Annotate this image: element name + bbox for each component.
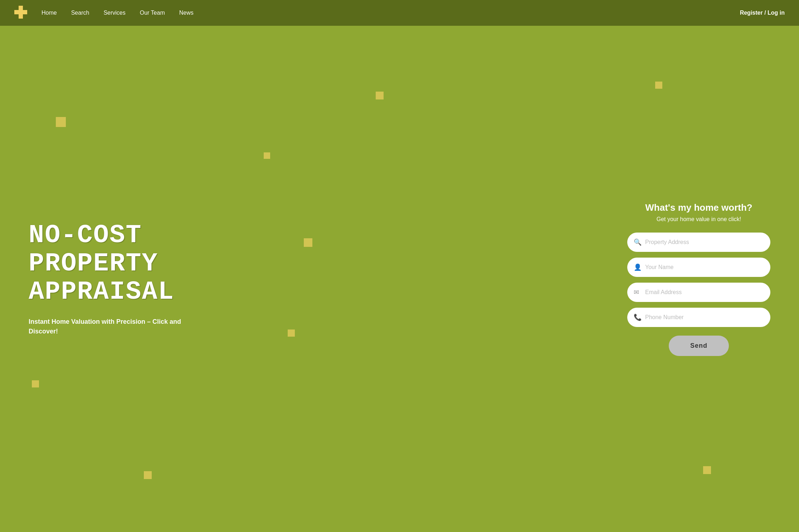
hero-subtitle: Instant Home Valuation with Precision – … <box>29 317 186 336</box>
hero-title-line2: PROPERTY <box>29 249 158 278</box>
logo[interactable] <box>14 6 27 20</box>
your-name-wrapper: 👤 <box>627 258 770 277</box>
hero-section: NO-COST PROPERTY APPRAISAL Instant Home … <box>29 221 437 337</box>
form-card: 🔍 👤 ✉ 📞 Send <box>627 233 770 356</box>
deco-sq-2 <box>376 92 384 99</box>
email-icon: ✉ <box>634 288 639 296</box>
search-icon: 🔍 <box>634 238 642 246</box>
main-content: NO-COST PROPERTY APPRAISAL Instant Home … <box>0 26 799 532</box>
deco-sq-1 <box>56 117 66 127</box>
email-address-input[interactable] <box>627 283 770 302</box>
phone-icon: 📞 <box>634 313 642 321</box>
deco-sq-9 <box>703 466 711 474</box>
hero-title-line1: NO-COST <box>29 221 142 250</box>
register-login-link[interactable]: Register / Log in <box>740 10 785 16</box>
nav-our-team[interactable]: Our Team <box>140 10 165 16</box>
logo-icon <box>14 6 27 19</box>
form-title: What's my home worth? <box>645 202 752 213</box>
hero-title: NO-COST PROPERTY APPRAISAL <box>29 221 437 307</box>
email-address-wrapper: ✉ <box>627 283 770 302</box>
navbar: Home Search Services Our Team News Regis… <box>0 0 799 26</box>
deco-sq-5 <box>288 330 295 337</box>
send-button[interactable]: Send <box>669 336 729 356</box>
person-icon: 👤 <box>634 263 642 271</box>
hero-title-line3: APPRAISAL <box>29 277 174 307</box>
nav-services[interactable]: Services <box>103 10 125 16</box>
property-address-wrapper: 🔍 <box>627 233 770 252</box>
deco-sq-8 <box>655 82 662 89</box>
your-name-input[interactable] <box>627 258 770 277</box>
form-subtitle: Get your home value in one click! <box>657 216 741 223</box>
nav-search[interactable]: Search <box>71 10 89 16</box>
deco-sq-7 <box>144 471 152 479</box>
deco-sq-3 <box>264 152 270 159</box>
nav-home[interactable]: Home <box>42 10 57 16</box>
deco-sq-6 <box>32 380 39 387</box>
phone-number-input[interactable] <box>627 308 770 327</box>
nav-news[interactable]: News <box>179 10 194 16</box>
deco-sq-4 <box>304 238 312 247</box>
appraisal-form-section: What's my home worth? Get your home valu… <box>627 202 770 356</box>
phone-number-wrapper: 📞 <box>627 308 770 327</box>
property-address-input[interactable] <box>627 233 770 252</box>
nav-links: Home Search Services Our Team News <box>42 10 740 16</box>
